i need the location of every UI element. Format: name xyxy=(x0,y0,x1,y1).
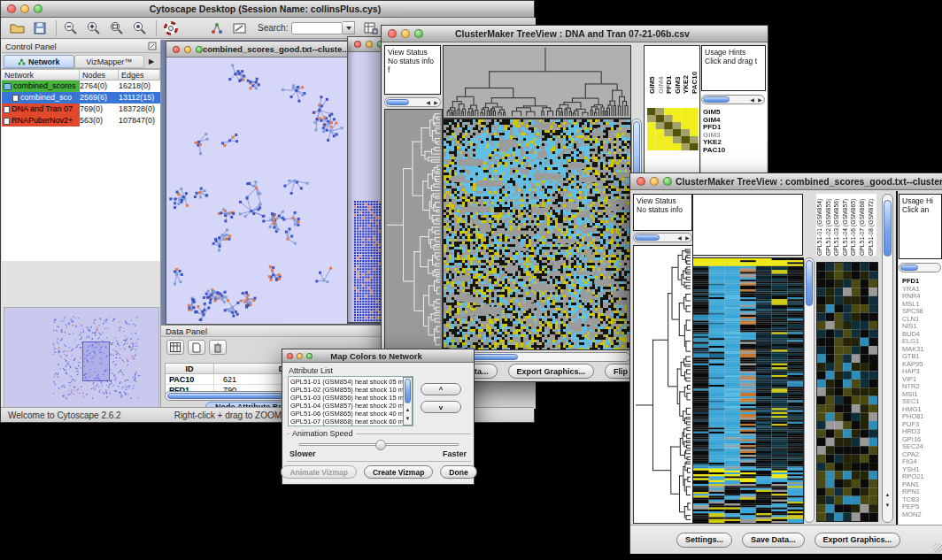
scroll-up-icon[interactable]: ▲ xyxy=(884,492,892,497)
close-button[interactable] xyxy=(7,4,16,13)
treeview2-column-label[interactable]: GPL51-01 (GSM854) xyxy=(816,194,825,256)
treeview2-column-label[interactable]: GPL51-02 (GSM855) xyxy=(825,194,834,256)
close-button[interactable] xyxy=(354,41,361,48)
attribute-list-vscrollbar[interactable]: ▲ ▼ xyxy=(403,377,413,426)
map-dialog-titlebar[interactable]: Map Colors to Network xyxy=(282,349,474,363)
zoom-button[interactable] xyxy=(414,29,423,38)
treeview1-column-label[interactable]: PAC10 xyxy=(691,48,699,94)
save-session-button[interactable] xyxy=(29,19,50,37)
scroll-left-icon[interactable]: ◀ xyxy=(676,235,683,241)
annotation-icon[interactable] xyxy=(229,19,251,37)
treeview1-row-label[interactable]: PAC10 xyxy=(703,147,725,155)
resize-grip[interactable] xyxy=(932,543,942,553)
treeview1-left-hscrollbar[interactable]: ◀ ▶ xyxy=(384,97,441,107)
network-list-row[interactable]: combined_scores 2764(0) 16218(0) xyxy=(2,81,160,92)
search-input[interactable] xyxy=(291,22,343,35)
done-button[interactable]: Done xyxy=(440,465,476,479)
help-lifesaver-icon[interactable] xyxy=(160,19,181,37)
float-panel-icon[interactable] xyxy=(148,42,157,50)
zoom-button[interactable] xyxy=(663,177,672,186)
scroll-down-icon[interactable]: ▼ xyxy=(884,502,892,508)
main-titlebar[interactable]: Cytoscape Desktop (Session Name: collins… xyxy=(1,1,534,18)
attribute-list-item[interactable]: GPL51-03 (GSM856) heat shock 15 min xyxy=(290,394,411,402)
treeview1-zoom-matrix[interactable] xyxy=(647,108,699,150)
treeview1-column-label[interactable]: GIM5 xyxy=(648,48,657,94)
treeview2-heatmap[interactable] xyxy=(692,257,804,524)
tab-vizmapper[interactable]: VizMapper™ xyxy=(74,55,145,68)
minimize-button[interactable] xyxy=(184,46,191,53)
network-list-row[interactable]: RNAPuberNov2+ 563(0) 107847(0) xyxy=(2,115,160,127)
minimize-button[interactable] xyxy=(297,353,303,359)
scroll-right-icon[interactable]: ▶ xyxy=(432,100,440,105)
select-attributes-icon[interactable] xyxy=(166,340,184,355)
attribute-list-item[interactable]: GPL51-04 (GSM857) heat shock 20 min xyxy=(290,402,411,410)
search-dropdown-button[interactable] xyxy=(343,21,355,35)
save-data-button[interactable]: Save Data... xyxy=(742,533,805,548)
treeview2-column-label[interactable]: GPL51-04 (GSM857) xyxy=(842,194,851,256)
close-button[interactable] xyxy=(287,353,293,359)
animation-speed-slider[interactable] xyxy=(298,443,459,446)
treeview2-column-label[interactable]: GPL51-07 (GSM868) xyxy=(859,194,868,256)
new-attribute-icon[interactable] xyxy=(188,340,205,355)
attribute-list-item[interactable]: GPL51-02 (GSM855) heat shock 10 min xyxy=(290,386,411,394)
move-attribute-up-button[interactable]: ^ xyxy=(421,383,461,395)
export-graphics-button[interactable]: Export Graphics... xyxy=(815,533,901,548)
treeview2-column-label[interactable]: GPL51-03 (GSM856) xyxy=(833,194,842,256)
tab-network[interactable]: Network xyxy=(4,55,74,68)
scroll-down-icon[interactable]: ▼ xyxy=(404,416,412,421)
network-view-icon[interactable] xyxy=(206,19,228,37)
treeview2-column-label[interactable]: GPL51-06 (GSM865) xyxy=(850,194,859,256)
tab-overflow-button[interactable]: ▶ xyxy=(144,58,158,65)
network-list-row[interactable]: combined_sco 2569(6) 13112(15) xyxy=(2,92,160,104)
treeview1-column-label[interactable]: GIM3 xyxy=(674,48,683,94)
open-session-button[interactable] xyxy=(6,19,27,37)
treeview1-column-label[interactable]: GIM4 xyxy=(657,48,666,94)
data-col-id[interactable]: ID xyxy=(166,364,214,373)
create-vizmap-button[interactable]: Create Vizmap xyxy=(364,465,433,479)
treeview2-zoom-view[interactable] xyxy=(816,262,878,522)
scroll-up-icon[interactable]: ▲ xyxy=(404,407,412,412)
scroll-right-icon[interactable]: ▶ xyxy=(683,235,691,241)
treeview1-row-dendrogram[interactable] xyxy=(384,109,443,351)
treeview2-right-hscrollbar[interactable] xyxy=(899,263,941,272)
import-table-icon[interactable] xyxy=(360,19,382,37)
col-edges[interactable]: Edges xyxy=(119,69,160,81)
treeview1-heatmap[interactable] xyxy=(443,119,631,350)
zoom-out-icon[interactable] xyxy=(60,19,81,37)
scroll-left-icon[interactable]: ◀ xyxy=(748,97,756,103)
minimize-button[interactable] xyxy=(401,29,410,38)
zoom-in-icon[interactable] xyxy=(83,19,104,37)
zoom-button[interactable] xyxy=(196,46,203,53)
minimize-button[interactable] xyxy=(366,41,373,48)
settings-button[interactable]: Settings... xyxy=(676,533,732,548)
scroll-left-icon[interactable]: ◀ xyxy=(424,100,432,105)
network-canvas-1[interactable] xyxy=(166,58,347,324)
treeview1-column-label[interactable]: YKE2 xyxy=(682,48,691,94)
network-window1-titlebar[interactable]: combined_scores_good.txt--cluste... xyxy=(166,42,347,58)
col-nodes[interactable]: Nodes xyxy=(80,69,119,81)
slider-thumb[interactable] xyxy=(375,440,386,450)
treeview2-gene-label[interactable]: MON2 xyxy=(902,511,924,519)
minimize-button[interactable] xyxy=(650,177,659,186)
treeview2-titlebar[interactable]: ClusterMaker TreeView : combined_scores_… xyxy=(630,173,942,190)
attribute-list-item[interactable]: GPL51-07 (GSM868) heat shock 60 min xyxy=(290,418,411,426)
treeview2-left-hscrollbar[interactable]: ◀ ▶ xyxy=(633,233,692,242)
zoom-selected-icon[interactable] xyxy=(129,19,151,37)
zoom-button[interactable] xyxy=(34,4,42,13)
treeview2-row-dendrogram[interactable] xyxy=(633,245,693,524)
move-attribute-down-button[interactable]: v xyxy=(421,401,461,413)
treeview1-column-dendrogram[interactable] xyxy=(443,45,631,119)
close-button[interactable] xyxy=(637,177,645,186)
treeview2-column-label[interactable]: GPL51-08 (GSM872) xyxy=(868,194,876,256)
treeview2-zoom-vscrollbar[interactable]: ▲ ▼ xyxy=(882,194,893,523)
export-graphics-button[interactable]: Export Graphics... xyxy=(508,364,595,379)
treeview2-vscrollbar[interactable] xyxy=(804,257,815,523)
animate-vizmap-button[interactable]: Animate Vizmap xyxy=(281,465,357,479)
attribute-list-item[interactable]: GPL51-01 (GSM854) heat shock 05 min xyxy=(290,378,411,386)
treeview1-column-label[interactable]: PFD1 xyxy=(665,48,674,94)
col-network[interactable]: Network xyxy=(2,69,80,81)
minimize-button[interactable] xyxy=(20,4,29,13)
scroll-right-icon[interactable]: ▶ xyxy=(756,97,764,103)
attribute-listbox[interactable]: GPL51-01 (GSM854) heat shock 05 minGPL51… xyxy=(288,376,413,426)
treeview1-right-hscrollbar[interactable]: ◀ ▶ xyxy=(701,95,765,104)
